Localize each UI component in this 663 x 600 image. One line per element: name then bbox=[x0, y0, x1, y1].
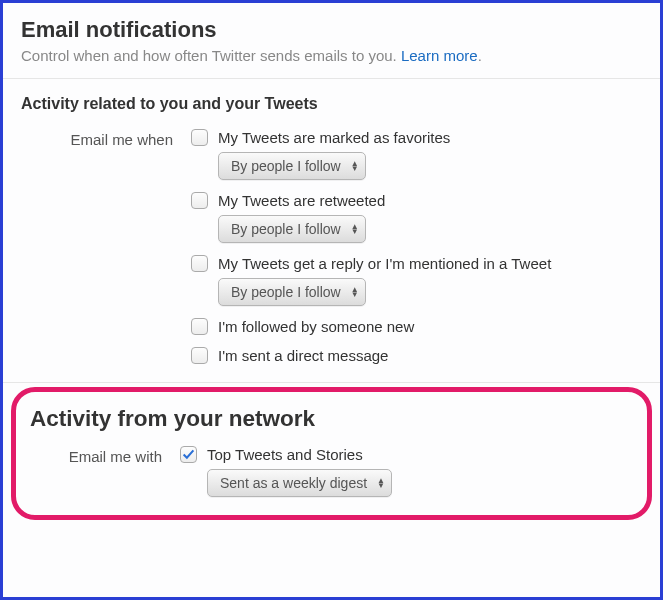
option-retweeted: My Tweets are retweeted By people I foll… bbox=[191, 192, 642, 243]
checkbox-top-tweets[interactable] bbox=[180, 446, 197, 463]
checkbox-retweeted[interactable] bbox=[191, 192, 208, 209]
option-label: I'm sent a direct message bbox=[218, 347, 388, 364]
section-your-tweets: Activity related to you and your Tweets … bbox=[3, 79, 660, 383]
row-group: Email me when My Tweets are marked as fa… bbox=[21, 129, 642, 364]
page-title: Email notifications bbox=[21, 17, 642, 43]
select-digest[interactable]: Sent as a weekly digest ▲▼ bbox=[207, 469, 392, 497]
row-controls: My Tweets are marked as favorites By peo… bbox=[191, 129, 642, 364]
updown-icon: ▲▼ bbox=[351, 287, 359, 297]
option-mentions: My Tweets get a reply or I'm mentioned i… bbox=[191, 255, 642, 306]
row-label: Email me when bbox=[21, 129, 191, 364]
option-label: My Tweets are marked as favorites bbox=[218, 129, 450, 146]
option-favorites: My Tweets are marked as favorites By peo… bbox=[191, 129, 642, 180]
row-label: Email me with bbox=[30, 446, 180, 497]
page-subtitle: Control when and how often Twitter sends… bbox=[21, 47, 642, 64]
highlight-box: Activity from your network Email me with… bbox=[11, 387, 652, 520]
option-label: My Tweets are retweeted bbox=[218, 192, 385, 209]
updown-icon: ▲▼ bbox=[351, 161, 359, 171]
section-title: Activity from your network bbox=[30, 406, 633, 432]
option-dm: I'm sent a direct message bbox=[191, 347, 642, 364]
panel-header: Email notifications Control when and how… bbox=[3, 3, 660, 79]
select-retweeted[interactable]: By people I follow ▲▼ bbox=[218, 215, 366, 243]
learn-more-link[interactable]: Learn more bbox=[401, 47, 478, 64]
updown-icon: ▲▼ bbox=[351, 224, 359, 234]
checkbox-dm[interactable] bbox=[191, 347, 208, 364]
checkbox-followed[interactable] bbox=[191, 318, 208, 335]
checkbox-mentions[interactable] bbox=[191, 255, 208, 272]
settings-panel: Email notifications Control when and how… bbox=[0, 0, 663, 600]
select-favorites[interactable]: By people I follow ▲▼ bbox=[218, 152, 366, 180]
updown-icon: ▲▼ bbox=[377, 478, 385, 488]
option-top-tweets: Top Tweets and Stories Sent as a weekly … bbox=[180, 446, 633, 497]
option-label: Top Tweets and Stories bbox=[207, 446, 363, 463]
section-title: Activity related to you and your Tweets bbox=[21, 95, 642, 113]
option-followed: I'm followed by someone new bbox=[191, 318, 642, 335]
option-label: I'm followed by someone new bbox=[218, 318, 414, 335]
checkbox-favorites[interactable] bbox=[191, 129, 208, 146]
select-mentions[interactable]: By people I follow ▲▼ bbox=[218, 278, 366, 306]
row-controls: Top Tweets and Stories Sent as a weekly … bbox=[180, 446, 633, 497]
row-group: Email me with Top Tweets and Stories Sen… bbox=[30, 446, 633, 497]
option-label: My Tweets get a reply or I'm mentioned i… bbox=[218, 255, 551, 272]
